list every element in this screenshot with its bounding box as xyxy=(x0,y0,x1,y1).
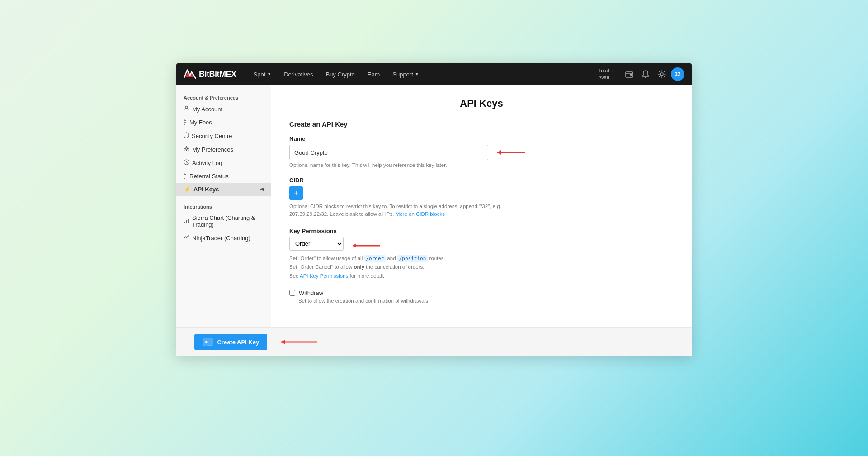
nav-buy-crypto[interactable]: Buy Crypto xyxy=(319,63,361,85)
name-group: Name Optional name for this key. This wi… xyxy=(289,135,674,168)
key-perms-group: Key Permissions Order Order Cancel Withd… xyxy=(289,228,674,281)
sidebar-item-api-keys[interactable]: ⚡ API Keys xyxy=(176,183,271,196)
arrow-create xyxy=(274,337,320,347)
ninja-icon xyxy=(184,234,189,242)
arrow-name xyxy=(491,147,527,157)
cidr-label: CIDR xyxy=(289,177,674,184)
svg-rect-5 xyxy=(184,222,185,223)
main-layout: Account & Preferences My Account ₿ My Fe… xyxy=(176,85,692,327)
sidebar-item-referral[interactable]: ₿ Referral Status xyxy=(176,170,271,183)
withdraw-checkbox[interactable] xyxy=(289,290,295,296)
svg-marker-9 xyxy=(497,150,501,155)
nav-right: Total -.-- Avail -.-- 32 xyxy=(598,67,684,81)
nav-spot[interactable]: Spot ▼ xyxy=(247,63,278,85)
sidebar-label-ninja: NinjaTrader (Charting) xyxy=(192,235,250,242)
sidebar-label-referral: Referral Status xyxy=(189,173,229,180)
sidebar-label-my-account: My Account xyxy=(192,106,222,113)
bell-icon[interactable] xyxy=(638,67,653,81)
sidebar-item-activity-log[interactable]: Activity Log xyxy=(176,156,271,170)
sidebar: Account & Preferences My Account ₿ My Fe… xyxy=(176,85,271,327)
withdraw-section: Withdraw Set to allow the creation and c… xyxy=(289,290,674,304)
activity-icon xyxy=(184,159,189,166)
nav-support[interactable]: Support ▼ xyxy=(386,63,425,85)
fees-icon: ₿ xyxy=(184,119,187,126)
browser-window: BitBitMEX Spot ▼ Derivatives Buy Crypto … xyxy=(176,63,692,356)
create-section-title: Create an API Key xyxy=(289,120,674,128)
svg-marker-13 xyxy=(281,340,285,344)
sidebar-label-activity: Activity Log xyxy=(192,160,222,166)
sidebar-label-my-fees: My Fees xyxy=(189,119,212,126)
name-label: Name xyxy=(289,135,674,142)
nav-earn[interactable]: Earn xyxy=(361,63,386,85)
spot-dropdown-icon: ▼ xyxy=(267,72,271,76)
referral-icon: ₿ xyxy=(184,173,187,180)
sidebar-item-my-fees[interactable]: ₿ My Fees xyxy=(176,116,271,129)
svg-rect-7 xyxy=(188,219,189,223)
sidebar-item-preferences[interactable]: My Preferences xyxy=(176,142,271,156)
key-perm-label: Key Permissions xyxy=(289,228,674,234)
sidebar-item-my-account[interactable]: My Account xyxy=(176,102,271,116)
api-key-perms-link[interactable]: API Key Permissions xyxy=(300,273,348,279)
top-nav: BitBitMEX Spot ▼ Derivatives Buy Crypto … xyxy=(176,63,692,85)
nav-balance: Total -.-- Avail -.-- xyxy=(598,67,617,81)
page-title: API Keys xyxy=(289,98,674,109)
logo-text: BitBitMEX xyxy=(199,70,236,79)
perm-description: Set "Order" to allow usage of all /order… xyxy=(289,254,524,281)
bottom-bar: >_ Create API Key xyxy=(176,327,692,356)
settings-icon[interactable] xyxy=(655,67,669,81)
sidebar-item-ninjatrader[interactable]: NinjaTrader (Charting) xyxy=(176,231,271,245)
cidr-link[interactable]: More on CIDR blocks xyxy=(396,211,445,217)
security-icon xyxy=(184,132,189,139)
sidebar-label-api-keys: API Keys xyxy=(193,186,219,193)
key-perm-select[interactable]: Order Order Cancel Withdraw Read Only xyxy=(289,237,344,251)
sidebar-label-sierra: Sierra Chart (Charting & Trading) xyxy=(192,214,264,228)
sidebar-label-preferences: My Preferences xyxy=(192,146,233,153)
name-input[interactable] xyxy=(289,145,488,160)
sidebar-item-security[interactable]: Security Centre xyxy=(176,129,271,142)
name-hint: Optional name for this key. This will he… xyxy=(289,162,674,168)
terminal-icon: >_ xyxy=(203,338,213,346)
user-avatar[interactable]: 32 xyxy=(671,67,684,81)
sierra-icon xyxy=(184,218,189,225)
svg-marker-11 xyxy=(353,243,356,248)
account-icon xyxy=(184,105,189,113)
prefs-icon xyxy=(184,146,189,153)
logo[interactable]: BitBitMEX xyxy=(184,69,236,79)
cidr-group: CIDR + Optional CIDR blocks to restrict … xyxy=(289,177,674,218)
create-api-button[interactable]: >_ Create API Key xyxy=(194,334,267,350)
support-dropdown-icon: ▼ xyxy=(415,72,419,76)
sidebar-section-integrations: Integrations xyxy=(176,201,271,211)
svg-point-2 xyxy=(660,73,663,76)
svg-point-4 xyxy=(186,148,188,150)
main-content: API Keys Create an API Key Name Optional… xyxy=(271,85,692,327)
svg-rect-1 xyxy=(630,74,632,76)
sidebar-section-account: Account & Preferences xyxy=(176,92,271,102)
cidr-add-button[interactable]: + xyxy=(289,186,303,200)
withdraw-label[interactable]: Withdraw xyxy=(289,290,674,296)
nav-derivatives[interactable]: Derivatives xyxy=(278,63,319,85)
key-perm-row: Order Order Cancel Withdraw Read Only xyxy=(289,237,674,254)
api-icon: ⚡ xyxy=(184,186,191,193)
sidebar-label-security: Security Centre xyxy=(192,133,232,139)
svg-point-3 xyxy=(185,106,188,109)
cidr-hint: Optional CIDR blocks to restrict this ke… xyxy=(289,203,515,218)
sidebar-item-sierra-chart[interactable]: Sierra Chart (Charting & Trading) xyxy=(176,211,271,231)
arrow-perm xyxy=(346,241,382,251)
active-indicator xyxy=(260,188,264,191)
name-input-row xyxy=(289,145,674,160)
svg-rect-6 xyxy=(186,220,187,223)
withdraw-hint: Set to allow the creation and confirmati… xyxy=(298,298,674,304)
wallet-icon[interactable] xyxy=(622,67,637,81)
